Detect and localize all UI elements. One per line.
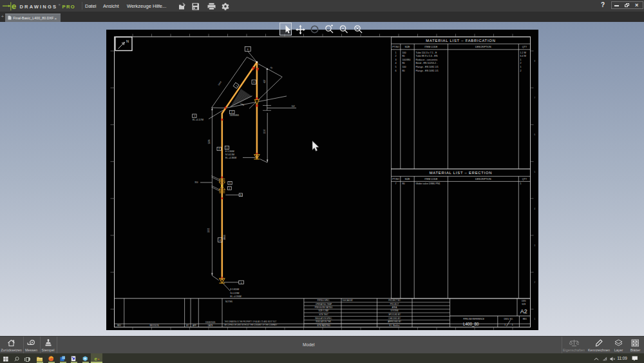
svg-text:SPOOLED BY: SPOOLED BY bbox=[388, 313, 401, 316]
svg-text:Flange - EN 1092-1/1: Flange - EN 1092-1/1 bbox=[416, 70, 439, 72]
svg-text:3: 3 bbox=[253, 81, 254, 84]
svg-text:8: 8 bbox=[535, 60, 536, 63]
svg-text:E.L. Basilica: E.L. Basilica bbox=[390, 324, 400, 327]
svg-text:N 5.613M: N 5.613M bbox=[225, 153, 234, 156]
svg-text:PROJECT NO: PROJECT NO bbox=[388, 299, 401, 302]
svg-text:E 3.820M: E 3.820M bbox=[231, 288, 240, 291]
svg-text:E 3.580M: E 3.580M bbox=[225, 150, 234, 153]
svg-text:5: 5 bbox=[535, 171, 536, 173]
svg-text:Flange - EN 1092-1/1: Flange - EN 1092-1/1 bbox=[416, 66, 439, 68]
svg-text:1: 1 bbox=[520, 66, 522, 68]
svg-text:4: 4 bbox=[220, 239, 221, 242]
svg-text:1: 1 bbox=[226, 147, 227, 150]
svg-text:CHECKED BY: CHECKED BY bbox=[388, 317, 401, 320]
svg-text:80: 80 bbox=[402, 182, 405, 185]
svg-text:A2: A2 bbox=[520, 308, 527, 315]
svg-text:N 4.223M: N 4.223M bbox=[231, 292, 240, 295]
svg-text:ITEM CODE: ITEM CODE bbox=[424, 178, 438, 181]
svg-text:6.4 M: 6.4 M bbox=[520, 55, 526, 57]
svg-text:Bend - EN 10253-2 -: Bend - EN 10253-2 - bbox=[416, 62, 439, 64]
svg-text:PIPELINE REFERENCE: PIPELINE REFERENCE bbox=[463, 318, 484, 320]
svg-text:80: 80 bbox=[402, 70, 405, 72]
svg-text:100: 100 bbox=[402, 52, 406, 54]
svg-text:5: 5 bbox=[229, 182, 231, 184]
svg-text:4: 4 bbox=[395, 62, 397, 64]
svg-text:100: 100 bbox=[402, 66, 406, 68]
svg-text:5: 5 bbox=[395, 66, 397, 68]
svg-text:DWG: DWG bbox=[522, 300, 526, 302]
svg-text:APP: APP bbox=[193, 324, 196, 327]
svg-text:DATE: DATE bbox=[208, 324, 213, 327]
svg-text:APPROVED BY: APPROVED BY bbox=[388, 320, 401, 323]
svg-text:1414: 1414 bbox=[218, 81, 222, 86]
svg-text:437: 437 bbox=[263, 79, 266, 83]
svg-text:2: 2 bbox=[395, 55, 397, 57]
svg-text:80NS: 80NS bbox=[223, 235, 226, 240]
svg-text:3221: 3221 bbox=[207, 228, 210, 232]
svg-text:e: e bbox=[12, 1, 16, 11]
svg-text:QTY: QTY bbox=[522, 178, 527, 181]
svg-text:1: 1 bbox=[504, 323, 506, 326]
svg-text:3: 3 bbox=[395, 59, 397, 61]
svg-text:SIZE X-RAY: SIZE X-RAY bbox=[319, 309, 329, 312]
svg-text:INSULATION SPEC.: INSULATION SPEC. bbox=[315, 317, 332, 320]
svg-text:INSULATION THK.: INSULATION THK. bbox=[316, 320, 332, 323]
svg-text:EL +6.117M: EL +6.117M bbox=[193, 119, 204, 121]
svg-text:6: 6 bbox=[395, 70, 397, 72]
svg-text:PT.NO: PT.NO bbox=[392, 46, 399, 48]
svg-text:PRESSURE RATING: PRESSURE RATING bbox=[315, 306, 333, 309]
svg-text:REVISION: REVISION bbox=[149, 324, 158, 327]
svg-text:6: 6 bbox=[247, 48, 249, 51]
svg-text:EL +0.590M: EL +0.590M bbox=[231, 295, 242, 298]
svg-text:SYSTEM: SYSTEM bbox=[391, 309, 399, 312]
svg-text:80: 80 bbox=[402, 62, 405, 64]
svg-text:SIZE: SIZE bbox=[522, 303, 526, 306]
svg-text:DRAWINGS: DRAWINGS bbox=[20, 4, 58, 10]
svg-text:7: 7 bbox=[229, 188, 230, 190]
svg-text:100X80: 100X80 bbox=[402, 59, 411, 61]
svg-text:3: 3 bbox=[535, 244, 536, 247]
svg-text:80: 80 bbox=[402, 55, 405, 57]
svg-text:1197: 1197 bbox=[263, 129, 266, 133]
svg-text:DESCRIPTION: DESCRIPTION bbox=[475, 178, 491, 181]
svg-text:OPERATING TEMP: OPERATING TEMP bbox=[316, 303, 332, 306]
svg-text:4: 4 bbox=[218, 148, 220, 150]
svg-text:6: 6 bbox=[535, 133, 536, 136]
svg-text:1: 1 bbox=[241, 282, 242, 284]
svg-text:1: 1 bbox=[395, 52, 397, 54]
svg-text:DWG. NO.: DWG. NO. bbox=[504, 318, 513, 320]
svg-text:100X80NS: 100X80NS bbox=[230, 114, 240, 117]
svg-text:4: 4 bbox=[535, 208, 536, 210]
svg-text:N: N bbox=[126, 39, 129, 43]
svg-text:80: 80 bbox=[270, 66, 273, 70]
svg-text:1: 1 bbox=[520, 59, 522, 61]
svg-text:MATERIAL LIST – ERECTION: MATERIAL LIST – ERECTION bbox=[430, 171, 493, 175]
svg-text:PT.NO: PT.NO bbox=[392, 178, 399, 181]
svg-text:2: 2 bbox=[231, 111, 232, 113]
svg-text:REV.: REV. bbox=[523, 318, 527, 320]
svg-text:BE COPIED OR LENT WITHOUT THE: BE COPIED OR LENT WITHOUT THE CONSENT OF… bbox=[225, 324, 278, 326]
svg-text:102: 102 bbox=[292, 105, 296, 108]
svg-text:7: 7 bbox=[535, 97, 536, 99]
svg-text:SIZE: SIZE bbox=[405, 46, 411, 48]
svg-text:Reducer - concentric: Reducer - concentric bbox=[416, 59, 438, 61]
svg-text:EL +4.380M: EL +4.380M bbox=[225, 157, 237, 159]
svg-text:2: 2 bbox=[520, 70, 522, 72]
svg-text:7: 7 bbox=[395, 182, 397, 185]
svg-text:NOTES: NOTES bbox=[225, 300, 232, 303]
svg-text:6: 6 bbox=[240, 194, 242, 197]
svg-text:Tube 114.3 x 7.1 - E: Tube 114.3 x 7.1 - E bbox=[416, 52, 438, 54]
svg-text:THIS DRAWING IS THE PROPERTY O: THIS DRAWING IS THE PROPERTY OF ALIAS LT… bbox=[225, 320, 277, 323]
svg-text:13/03/2020: 13/03/2020 bbox=[205, 321, 216, 324]
svg-text:AREA: AREA bbox=[392, 306, 397, 309]
svg-text:SITE PAINTING: SITE PAINTING bbox=[317, 324, 330, 327]
svg-text:MATERIAL LIST – FABRICATION: MATERIAL LIST – FABRICATION bbox=[426, 39, 495, 43]
svg-text:®: ® bbox=[59, 4, 61, 6]
svg-text:100CA0182: 100CA0182 bbox=[343, 299, 354, 302]
svg-text:1.2 M: 1.2 M bbox=[520, 52, 526, 54]
svg-text:1: 1 bbox=[535, 318, 536, 320]
svg-text:1: 1 bbox=[194, 115, 195, 117]
svg-text:QTY: QTY bbox=[522, 46, 527, 48]
svg-text:REV: REV bbox=[117, 324, 121, 327]
svg-text:310: 310 bbox=[194, 181, 198, 184]
